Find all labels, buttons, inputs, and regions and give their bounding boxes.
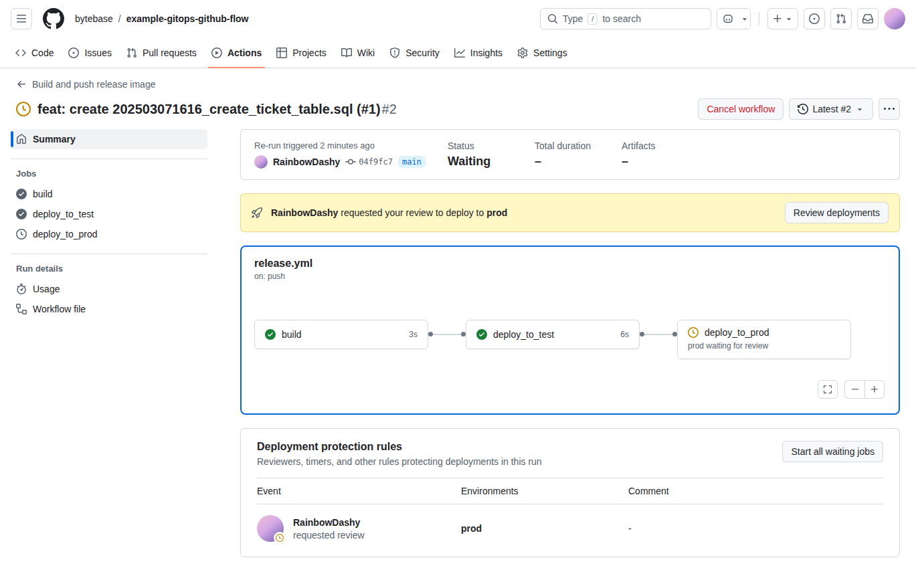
sidebar-item-usage[interactable]: Usage [11, 279, 207, 299]
workflow-node-deploy-to-test[interactable]: deploy_to_test 6s [466, 320, 640, 349]
breadcrumb-org-link[interactable]: bytebase [75, 13, 113, 24]
duration-column: Total duration – [535, 140, 622, 169]
search-placeholder-suffix: to search [602, 13, 641, 24]
sidebar-job-deploy-to-prod[interactable]: deploy_to_prod [11, 224, 207, 244]
plus-icon [870, 385, 879, 394]
sidebar-run-details-section: Run details Usage Workflow file [11, 254, 207, 319]
gear-icon [517, 47, 528, 58]
commit-link[interactable]: 04f9fc7 [345, 157, 393, 167]
graph-icon [454, 47, 465, 58]
create-new-button[interactable] [767, 8, 798, 29]
run-details-heading: Run details [11, 264, 207, 279]
duration-value: – [535, 155, 622, 169]
kebab-icon [884, 104, 895, 114]
run-options-kebab-button[interactable] [879, 98, 900, 120]
latest-run-dropdown-button[interactable]: Latest #2 [789, 98, 873, 120]
copilot-dropdown-button[interactable] [739, 9, 750, 29]
sidebar-item-summary[interactable]: Summary [11, 129, 207, 149]
deployment-protection-card: Deployment protection rules Reviewers, t… [240, 428, 900, 557]
tab-label: Wiki [357, 47, 375, 58]
column-header-environments: Environments [461, 478, 628, 504]
issues-dashboard-button[interactable] [804, 8, 825, 29]
rocket-icon [252, 207, 262, 218]
git-commit-icon [345, 157, 356, 167]
chevron-down-icon [740, 14, 749, 23]
column-header-comment: Comment [628, 478, 883, 504]
search-icon [547, 13, 558, 24]
workflow-node-build[interactable]: build 3s [254, 320, 428, 349]
copilot-button[interactable] [717, 9, 739, 29]
breadcrumb-separator: / [118, 13, 121, 24]
graph-controls [818, 380, 885, 399]
workflow-graph-card: release.yml on: push build 3s deploy_to_… [240, 246, 900, 415]
branch-badge[interactable]: main [398, 156, 426, 168]
artifacts-column: Artifacts – [622, 140, 709, 169]
home-icon [16, 134, 27, 144]
check-circle-icon [16, 189, 27, 199]
status-label: Status [448, 140, 535, 151]
page-title: feat: create 202503071616_create_ticket_… [37, 100, 397, 118]
workflow-graph-canvas[interactable]: build 3s deploy_to_test 6s deploy_to_pro… [254, 281, 886, 407]
tab-label: Insights [470, 47, 502, 58]
hamburger-menu-button[interactable] [11, 8, 32, 29]
run-main-column: Re-run triggered 2 minutes ago RainbowDa… [240, 129, 900, 557]
search-input[interactable]: Type / to search [540, 8, 711, 29]
pull-requests-dashboard-button[interactable] [830, 8, 852, 29]
tab-actions[interactable]: Actions [204, 37, 269, 68]
breadcrumb-repo-link[interactable]: example-gitops-github-flow [126, 13, 249, 24]
row-actor-link[interactable]: RainbowDashy [293, 517, 365, 528]
sidebar-job-build[interactable]: build [11, 184, 207, 204]
repo-navigation: Code Issues Pull requests Actions Projec… [0, 37, 916, 68]
issue-opened-icon [68, 47, 79, 58]
slash-key-hint: / [587, 13, 598, 25]
banner-message: requested your review to deploy to [341, 207, 484, 218]
trigger-text: Re-run triggered 2 minutes ago [254, 140, 432, 151]
tab-label: Actions [227, 47, 262, 58]
node-label: deploy_to_prod [705, 327, 769, 338]
node-waiting-note: prod waiting for review [688, 341, 840, 351]
tab-projects[interactable]: Projects [269, 37, 334, 68]
sidebar-item-label: Summary [33, 134, 76, 144]
node-label: build [282, 329, 302, 340]
shield-icon [389, 47, 400, 58]
sidebar-item-workflow-file[interactable]: Workflow file [11, 299, 207, 319]
tab-insights[interactable]: Insights [447, 37, 510, 68]
zoom-out-button[interactable] [844, 380, 864, 399]
fullscreen-button[interactable] [818, 380, 838, 399]
tab-label: Security [405, 47, 440, 58]
check-circle-icon [16, 209, 27, 219]
run-title-text: feat: create 202503071616_create_ticket_… [37, 102, 381, 116]
tab-code[interactable]: Code [8, 37, 61, 68]
tab-label: Settings [533, 47, 567, 58]
job-label: build [33, 189, 53, 199]
git-pull-request-icon [836, 13, 846, 24]
back-to-workflow-link[interactable]: Build and push release image [16, 79, 155, 90]
tab-security[interactable]: Security [382, 37, 447, 68]
tab-issues[interactable]: Issues [61, 37, 118, 68]
actor-name-link[interactable]: RainbowDashy [273, 157, 340, 167]
row-actor-avatar [257, 515, 284, 542]
user-avatar[interactable] [884, 8, 905, 29]
jobs-heading: Jobs [11, 169, 207, 184]
inbox-button[interactable] [857, 8, 879, 29]
protection-subtitle: Reviewers, timers, and other rules prote… [257, 456, 542, 467]
copilot-icon [723, 13, 733, 24]
tab-pull-requests[interactable]: Pull requests [119, 37, 204, 68]
workflow-node-deploy-to-prod[interactable]: deploy_to_prod prod waiting for review [677, 320, 851, 359]
node-duration: 3s [409, 330, 418, 339]
column-header-event: Event [257, 478, 461, 504]
review-deployments-button[interactable]: Review deployments [785, 202, 889, 223]
zoom-in-button[interactable] [864, 380, 885, 399]
cancel-workflow-button[interactable]: Cancel workflow [698, 98, 784, 120]
banner-environment: prod [486, 207, 507, 218]
tab-settings[interactable]: Settings [510, 37, 575, 68]
status-value: Waiting [448, 155, 535, 169]
github-logo[interactable] [43, 8, 64, 29]
start-all-waiting-jobs-button[interactable]: Start all waiting jobs [782, 441, 883, 462]
clock-icon [688, 327, 699, 338]
protection-title: Deployment protection rules [257, 441, 542, 453]
history-icon [798, 104, 808, 114]
tab-wiki[interactable]: Wiki [334, 37, 382, 68]
protection-rules-table: Event Environments Comment [257, 478, 883, 557]
sidebar-job-deploy-to-test[interactable]: deploy_to_test [11, 204, 207, 224]
